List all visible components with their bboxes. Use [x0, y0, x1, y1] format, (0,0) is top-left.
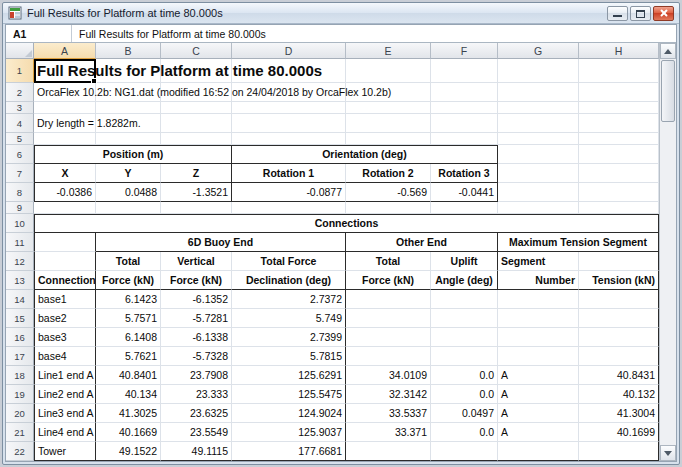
cell-d6[interactable]: Orientation (deg)	[232, 145, 498, 164]
cell-c13[interactable]: Force (kN)	[161, 271, 232, 290]
cell-e20[interactable]: 33.5337	[346, 404, 431, 423]
cell-c4[interactable]	[161, 114, 232, 133]
cell-h14[interactable]	[579, 290, 659, 309]
cell-e11[interactable]: Other End	[346, 233, 498, 252]
cell-c14[interactable]: -6.1352	[161, 290, 232, 309]
cell-e5[interactable]	[346, 133, 431, 145]
cell-g13[interactable]: Number	[498, 271, 579, 290]
cell-a1[interactable]: Full Results for Platform at time 80.000…	[34, 59, 96, 83]
row-header-11[interactable]: 11	[6, 233, 34, 252]
cell-f9[interactable]	[431, 202, 498, 214]
cell-b21[interactable]: 40.1669	[96, 423, 161, 442]
cell-c7[interactable]: Z	[161, 164, 232, 183]
cell-h17[interactable]	[579, 347, 659, 366]
cell-g9[interactable]	[498, 202, 579, 214]
cell-c17[interactable]: -5.7328	[161, 347, 232, 366]
cell-b7[interactable]: Y	[96, 164, 161, 183]
cell-h4[interactable]	[579, 114, 659, 133]
column-header-f[interactable]: F	[431, 43, 498, 59]
cell-f3[interactable]	[431, 102, 498, 114]
row-header-13[interactable]: 13	[6, 271, 34, 290]
cell-a5[interactable]	[34, 133, 96, 145]
cell-f7[interactable]: Rotation 3	[431, 164, 498, 183]
cell-f13[interactable]: Angle (deg)	[431, 271, 498, 290]
cell-c20[interactable]: 23.6325	[161, 404, 232, 423]
column-header-a[interactable]: A	[34, 43, 96, 59]
cell-a15[interactable]: base2	[34, 309, 96, 328]
cell-h16[interactable]	[579, 328, 659, 347]
cell-f14[interactable]	[431, 290, 498, 309]
cell-e21[interactable]: 33.371	[346, 423, 431, 442]
row-header-15[interactable]: 15	[6, 309, 34, 328]
row-header-10[interactable]: 10	[6, 214, 34, 233]
vertical-scrollbar[interactable]	[659, 43, 676, 461]
cell-a8[interactable]: -0.0386	[34, 183, 96, 202]
minimize-button[interactable]	[607, 6, 628, 21]
cell-c21[interactable]: 23.5549	[161, 423, 232, 442]
row-header-1[interactable]: 1	[6, 59, 34, 83]
cell-g6[interactable]	[498, 145, 579, 164]
cell-d7[interactable]: Rotation 1	[232, 164, 346, 183]
cell-a12[interactable]	[34, 252, 96, 271]
cell-h6[interactable]	[579, 145, 659, 164]
cell-g20[interactable]: A	[498, 404, 579, 423]
cell-c12[interactable]: Vertical	[161, 252, 232, 271]
cell-h20[interactable]: 41.3004	[579, 404, 659, 423]
cell-d4[interactable]	[232, 114, 346, 133]
cell-a21[interactable]: Line4 end A	[34, 423, 96, 442]
cell-a11[interactable]	[34, 233, 96, 252]
cell-g15[interactable]	[498, 309, 579, 328]
column-header-c[interactable]: C	[161, 43, 232, 59]
cell-e1[interactable]	[346, 59, 431, 83]
cell-g4[interactable]	[498, 114, 579, 133]
row-header-12[interactable]: 12	[6, 252, 34, 271]
row-header-4[interactable]: 4	[6, 114, 34, 133]
row-header-14[interactable]: 14	[6, 290, 34, 309]
cell-d17[interactable]: 5.7815	[232, 347, 346, 366]
cell-h9[interactable]	[579, 202, 659, 214]
cell-a2[interactable]: OrcaFlex 10.2b: NG1.dat (modified 16:52 …	[34, 83, 96, 102]
cell-a10[interactable]: Connections	[34, 214, 659, 233]
row-header-19[interactable]: 19	[6, 385, 34, 404]
cell-d22[interactable]: 177.6681	[232, 442, 346, 461]
cell-e3[interactable]	[346, 102, 431, 114]
scrollbar-track[interactable]	[660, 123, 676, 445]
titlebar[interactable]: Full Results for Platform at time 80.000…	[3, 3, 679, 24]
row-header-18[interactable]: 18	[6, 366, 34, 385]
cell-e22[interactable]	[346, 442, 431, 461]
formula-input[interactable]: Full Results for Platform at time 80.000…	[72, 25, 676, 42]
cell-f19[interactable]: 0.0	[431, 385, 498, 404]
cell-a18[interactable]: Line1 end A	[34, 366, 96, 385]
cell-g18[interactable]: A	[498, 366, 579, 385]
cell-d12[interactable]: Total Force	[232, 252, 346, 271]
row-header-8[interactable]: 8	[6, 183, 34, 202]
column-header-g[interactable]: G	[498, 43, 579, 59]
cell-c19[interactable]: 23.333	[161, 385, 232, 404]
cell-f15[interactable]	[431, 309, 498, 328]
cell-h13[interactable]: Tension (kN)	[579, 271, 659, 290]
cell-e15[interactable]	[346, 309, 431, 328]
cell-h3[interactable]	[579, 102, 659, 114]
cell-d18[interactable]: 125.6291	[232, 366, 346, 385]
cell-g16[interactable]	[498, 328, 579, 347]
cell-g7[interactable]	[498, 164, 579, 183]
cell-g12[interactable]: Segment	[498, 252, 579, 271]
cell-h22[interactable]	[579, 442, 659, 461]
cell-c9[interactable]	[161, 202, 232, 214]
cell-c3[interactable]	[161, 102, 232, 114]
cell-h21[interactable]: 40.1699	[579, 423, 659, 442]
cell-b8[interactable]: 0.0488	[96, 183, 161, 202]
row-header-3[interactable]: 3	[6, 102, 34, 114]
cell-f12[interactable]: Uplift	[431, 252, 498, 271]
row-header-6[interactable]: 6	[6, 145, 34, 164]
column-header-b[interactable]: B	[96, 43, 161, 59]
row-header-7[interactable]: 7	[6, 164, 34, 183]
cell-d14[interactable]: 2.7372	[232, 290, 346, 309]
cell-e7[interactable]: Rotation 2	[346, 164, 431, 183]
cell-a20[interactable]: Line3 end A	[34, 404, 96, 423]
cell-f18[interactable]: 0.0	[431, 366, 498, 385]
cell-d8[interactable]: -0.0877	[232, 183, 346, 202]
cell-b16[interactable]: 6.1408	[96, 328, 161, 347]
cell-h12[interactable]	[579, 252, 659, 271]
cell-c16[interactable]: -6.1338	[161, 328, 232, 347]
